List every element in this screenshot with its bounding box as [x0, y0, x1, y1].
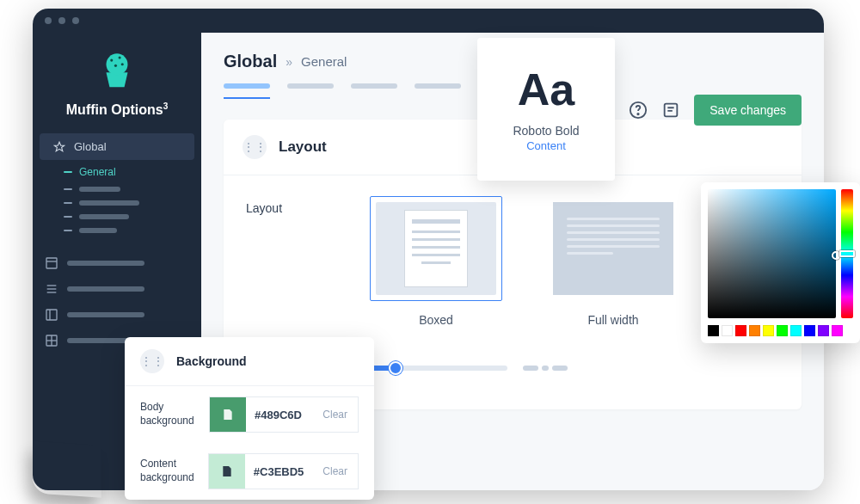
hex-value: #489C6D	[246, 409, 312, 421]
slider-marks	[523, 366, 568, 371]
sidebar-nav: Global General	[33, 130, 201, 246]
sidebar-sub-item[interactable]	[64, 196, 201, 210]
sidebar-sub-item[interactable]	[64, 224, 201, 237]
layout-icon	[45, 256, 58, 270]
clear-button[interactable]: Clear	[312, 465, 358, 477]
option-label: Boxed	[419, 313, 453, 327]
fullwidth-preview-icon	[553, 202, 673, 295]
hue-cursor[interactable]	[839, 250, 855, 257]
top-actions: Save changes	[629, 95, 802, 126]
layout-option-boxed[interactable]: Boxed	[370, 196, 502, 327]
sidebar-icon	[45, 308, 58, 322]
hex-value: #C3EBD5	[245, 465, 313, 478]
titlebar	[33, 9, 824, 33]
tab[interactable]	[415, 83, 461, 99]
bg-label: Content background	[140, 458, 203, 484]
brand-title: Muffin Options3	[33, 101, 201, 118]
tab[interactable]	[351, 83, 397, 99]
font-name: Roboto Bold	[513, 124, 579, 138]
window-dot	[72, 17, 79, 24]
drag-handle-icon[interactable]: ⋮⋮	[243, 135, 267, 159]
svg-point-16	[638, 114, 639, 114]
card-title: Background	[176, 354, 247, 368]
sidebar-icon-item[interactable]	[45, 256, 189, 270]
svg-rect-5	[46, 258, 57, 268]
clear-button[interactable]: Clear	[312, 409, 358, 421]
preset-swatch[interactable]	[708, 325, 719, 336]
boxed-preview-icon	[376, 202, 496, 295]
sidebar-icon-item[interactable]	[45, 282, 189, 296]
menu-icon	[45, 282, 58, 296]
color-swatch-icon[interactable]	[210, 397, 246, 432]
preset-swatch[interactable]	[722, 325, 733, 336]
tab[interactable]	[287, 83, 334, 99]
bg-row-body: Body background #489C6D Clear	[125, 386, 374, 443]
bg-label: Body background	[140, 401, 204, 427]
brand: Muffin Options3	[33, 33, 201, 130]
option-label: Full width	[587, 313, 638, 327]
hue-slider[interactable]	[841, 189, 853, 318]
saturation-field[interactable]	[708, 189, 836, 318]
sidebar-sub-general[interactable]: General	[64, 162, 201, 182]
window-dot	[58, 17, 65, 24]
slider-thumb[interactable]	[389, 361, 402, 375]
help-icon[interactable]	[629, 101, 648, 120]
card-title: Layout	[279, 138, 327, 156]
preset-swatch[interactable]	[735, 325, 746, 336]
preset-swatch[interactable]	[818, 325, 829, 336]
svg-point-3	[121, 63, 124, 65]
muffin-logo-icon	[95, 48, 138, 91]
preset-swatch[interactable]	[777, 325, 788, 336]
breadcrumb-leaf: General	[301, 54, 347, 69]
sidebar-sub-item[interactable]	[64, 182, 201, 196]
bg-row-content: Content background #C3EBD5 Clear	[125, 443, 374, 500]
tab[interactable]	[224, 83, 270, 99]
preset-swatch[interactable]	[832, 325, 843, 336]
sidebar-icon-item[interactable]	[45, 308, 189, 322]
background-card: ⋮⋮ Background Body background #489C6D Cl…	[125, 337, 374, 500]
preset-swatch[interactable]	[749, 325, 760, 336]
preset-swatches	[708, 325, 853, 336]
color-field[interactable]: #489C6D Clear	[209, 396, 359, 433]
preset-swatch[interactable]	[790, 325, 802, 336]
sidebar-sub-item[interactable]	[64, 210, 201, 224]
sidebar-item-label: Global	[74, 140, 107, 153]
grid-icon	[45, 334, 58, 347]
window-dot	[45, 17, 52, 24]
save-button[interactable]: Save changes	[694, 95, 802, 126]
breadcrumb-root: Global	[224, 52, 277, 71]
layout-option-fullwidth[interactable]: Full width	[547, 196, 679, 327]
sidebar-subnav: General	[33, 160, 201, 243]
layout-options: Boxed Full width	[370, 196, 679, 327]
preset-swatch[interactable]	[763, 325, 774, 336]
font-target: Content	[526, 139, 566, 152]
color-picker[interactable]	[701, 182, 860, 343]
preset-swatch[interactable]	[804, 325, 815, 336]
svg-point-4	[114, 65, 117, 67]
row-label: Layout	[246, 196, 341, 215]
svg-point-1	[110, 59, 113, 62]
sidebar-sub-label: General	[79, 166, 116, 178]
typography-card[interactable]: Aa Roboto Bold Content	[477, 38, 615, 181]
svg-rect-10	[46, 310, 57, 320]
note-icon[interactable]	[661, 101, 680, 120]
star-icon	[53, 141, 65, 153]
color-field[interactable]: #C3EBD5 Clear	[208, 453, 359, 489]
drag-handle-icon[interactable]: ⋮⋮	[140, 349, 164, 373]
color-swatch-icon[interactable]	[209, 454, 245, 489]
svg-point-2	[119, 56, 121, 58]
font-sample: Aa	[518, 67, 574, 112]
breadcrumb-sep: »	[286, 55, 292, 69]
sidebar-item-global[interactable]: Global	[40, 133, 194, 160]
svg-point-0	[107, 53, 128, 75]
